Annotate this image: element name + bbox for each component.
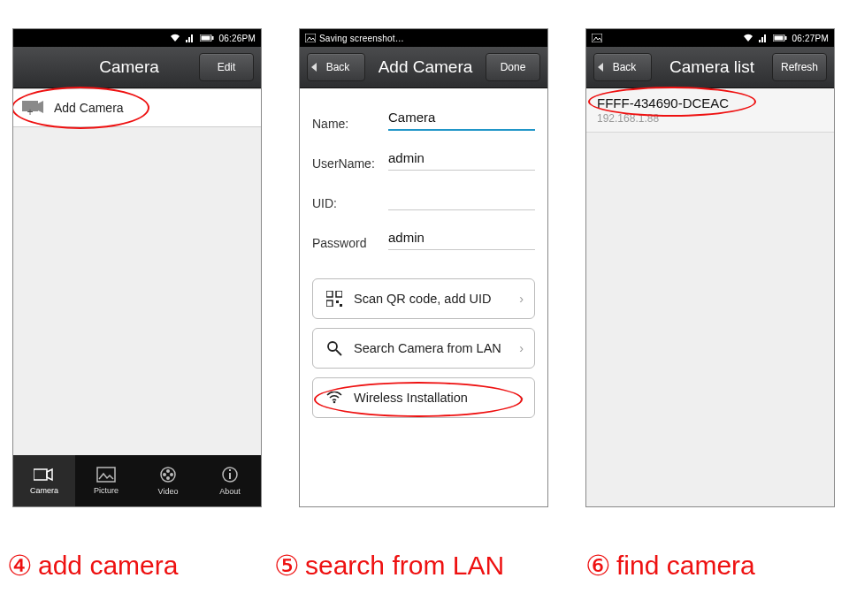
scan-qr-label: Scan QR code, add UID bbox=[354, 292, 492, 306]
battery-icon bbox=[773, 34, 787, 42]
nav-about[interactable]: About bbox=[199, 455, 261, 506]
status-bar: 06:26PM bbox=[13, 29, 261, 47]
chevron-right-icon: › bbox=[519, 391, 524, 405]
svg-rect-1 bbox=[201, 36, 210, 41]
uid-input[interactable] bbox=[388, 190, 535, 210]
camera-ip: 192.168.1.88 bbox=[597, 112, 823, 125]
wifi-icon bbox=[170, 34, 180, 42]
back-label: Back bbox=[326, 61, 350, 73]
status-saving-text: Saving screenshot… bbox=[319, 34, 404, 43]
edit-button[interactable]: Edit bbox=[199, 53, 254, 81]
toolbar: Back Add Camera Done bbox=[300, 47, 547, 88]
back-button[interactable]: Back bbox=[307, 53, 365, 81]
nav-picture[interactable]: Picture bbox=[75, 455, 137, 506]
refresh-button[interactable]: Refresh bbox=[772, 53, 827, 81]
svg-point-10 bbox=[166, 469, 170, 473]
qr-icon bbox=[324, 291, 345, 307]
search-icon bbox=[324, 340, 345, 356]
svg-rect-16 bbox=[326, 291, 333, 297]
content-area: FFFF-434690-DCEAC 192.168.1.88 bbox=[586, 88, 834, 506]
nav-video-label: Video bbox=[158, 487, 179, 496]
camera-list-item[interactable]: FFFF-434690-DCEAC 192.168.1.88 bbox=[586, 88, 834, 133]
name-input[interactable]: Camera bbox=[388, 110, 535, 131]
caption-4-text: add camera bbox=[38, 551, 178, 581]
nav-picture-label: Picture bbox=[94, 486, 119, 495]
video-icon bbox=[159, 466, 177, 485]
svg-rect-19 bbox=[336, 300, 339, 303]
content-area: Name: Camera UserName: admin UID: Passwo… bbox=[300, 88, 547, 506]
svg-line-22 bbox=[336, 350, 341, 355]
page-title: Add Camera bbox=[365, 57, 486, 77]
chevron-right-icon: › bbox=[519, 292, 524, 306]
bottom-nav: Camera Picture Video About bbox=[13, 455, 261, 506]
page-title: Camera list bbox=[652, 57, 772, 77]
about-icon bbox=[221, 466, 239, 485]
caption-6-text: find camera bbox=[616, 551, 755, 581]
svg-point-23 bbox=[333, 401, 336, 404]
svg-rect-14 bbox=[229, 469, 231, 471]
picture-icon bbox=[96, 467, 116, 484]
name-label: Name: bbox=[312, 117, 388, 131]
wifi-icon bbox=[324, 392, 345, 404]
chevron-right-icon: › bbox=[519, 341, 524, 355]
phone-camera-list-results: 06:27PM Back Camera list Refresh FFFF-43… bbox=[585, 28, 835, 507]
circled-number-6: ⑥ bbox=[585, 551, 611, 580]
svg-rect-13 bbox=[229, 473, 231, 479]
svg-point-21 bbox=[328, 342, 337, 351]
svg-point-8 bbox=[163, 473, 166, 476]
toolbar: Camera Edit bbox=[13, 47, 261, 88]
battery-icon bbox=[200, 34, 214, 42]
caption-5-text: search from LAN bbox=[305, 551, 504, 581]
circled-number-4: ④ bbox=[7, 551, 33, 580]
camera-plus-icon: + bbox=[22, 98, 47, 118]
picture-icon bbox=[305, 34, 316, 42]
content-area: + Add Camera bbox=[13, 88, 261, 455]
uid-label: UID: bbox=[312, 196, 388, 210]
svg-rect-17 bbox=[336, 291, 342, 297]
password-input[interactable]: admin bbox=[388, 230, 535, 250]
svg-rect-18 bbox=[326, 300, 333, 307]
toolbar: Back Camera list Refresh bbox=[586, 47, 834, 88]
svg-rect-5 bbox=[34, 469, 47, 480]
signal-icon bbox=[186, 34, 195, 42]
wireless-label: Wireless Installation bbox=[354, 391, 468, 405]
picture-icon bbox=[592, 34, 602, 42]
username-label: UserName: bbox=[312, 156, 388, 171]
username-input[interactable]: admin bbox=[388, 150, 535, 171]
back-label: Back bbox=[613, 61, 637, 73]
caption-5: ⑤ search from LAN bbox=[274, 551, 575, 581]
status-bar: Saving screenshot… bbox=[300, 29, 547, 47]
nav-about-label: About bbox=[219, 487, 241, 496]
caption-row: ④ add camera ⑤ search from LAN ⑥ find ca… bbox=[0, 551, 849, 581]
add-camera-row[interactable]: + Add Camera bbox=[13, 88, 261, 127]
svg-text:+: + bbox=[27, 106, 33, 116]
caption-6: ⑥ find camera bbox=[585, 551, 842, 581]
password-label: Password bbox=[312, 236, 388, 250]
scan-qr-button[interactable]: Scan QR code, add UID › bbox=[312, 278, 535, 319]
circled-number-5: ⑤ bbox=[274, 551, 300, 580]
phone-add-camera: Saving screenshot… Back Add Camera Done … bbox=[299, 28, 548, 507]
svg-rect-6 bbox=[97, 468, 115, 482]
svg-point-11 bbox=[166, 476, 170, 480]
camera-uid: FFFF-434690-DCEAC bbox=[597, 95, 823, 110]
done-button[interactable]: Done bbox=[486, 53, 540, 81]
status-time: 06:26PM bbox=[219, 34, 256, 43]
search-lan-button[interactable]: Search Camera from LAN › bbox=[312, 328, 535, 369]
svg-rect-26 bbox=[774, 36, 783, 41]
status-bar: 06:27PM bbox=[586, 29, 834, 47]
nav-camera-label: Camera bbox=[30, 486, 58, 495]
status-time: 06:27PM bbox=[792, 34, 829, 43]
nav-video[interactable]: Video bbox=[137, 455, 199, 506]
back-button[interactable]: Back bbox=[593, 53, 652, 81]
svg-rect-27 bbox=[784, 36, 786, 40]
svg-rect-2 bbox=[211, 36, 213, 40]
signal-icon bbox=[759, 34, 768, 42]
wifi-icon bbox=[743, 34, 753, 42]
svg-point-9 bbox=[170, 473, 173, 476]
phone-camera-list: 06:26PM Camera Edit + Add Camera bbox=[12, 28, 262, 507]
page-title: Camera bbox=[59, 57, 199, 77]
nav-camera[interactable]: Camera bbox=[13, 455, 75, 506]
wireless-install-button[interactable]: Wireless Installation › bbox=[312, 377, 535, 418]
search-lan-label: Search Camera from LAN bbox=[354, 341, 501, 355]
camera-icon bbox=[34, 467, 55, 484]
